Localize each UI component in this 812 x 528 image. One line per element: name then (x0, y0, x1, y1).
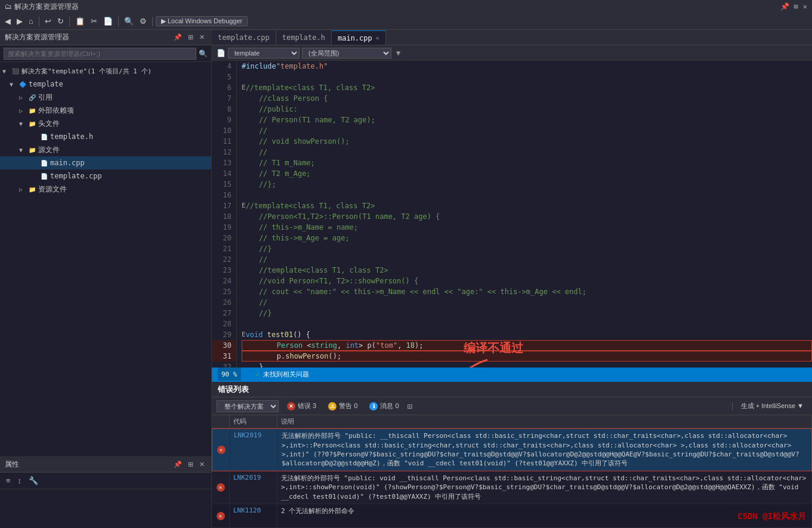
error-panel-title: 错误列表 (212, 382, 812, 397)
props-close-button[interactable]: ✕ (197, 460, 206, 469)
resources-icon: 📁 (28, 185, 36, 193)
props-dock-button[interactable]: ⊞ (186, 460, 195, 469)
error-row-3[interactable]: ✕ LNK1120 2 个无法解析的外部命令 (212, 504, 812, 528)
template-cpp-icon: 📄 (40, 172, 48, 180)
scope-expand-icon: ▼ (396, 49, 400, 57)
code-content[interactable]: #include"template.h" E//template<class T… (237, 61, 812, 368)
debug-button[interactable]: ▶ Local Windows Debugger (156, 16, 248, 26)
ln-16: 16 (212, 190, 236, 200)
tree-main-cpp[interactable]: 📄 main.cpp (0, 156, 211, 169)
info-count-label: 消息 0 (380, 402, 399, 410)
error-row-1[interactable]: ✕ LNK2019 无法解析的外部符号 "public: __thiscall … (212, 428, 812, 471)
ln-8: 8 (212, 104, 236, 115)
error-count-button[interactable]: ✕ 错误 3 (283, 400, 320, 412)
props-sort-button[interactable]: ≡ (4, 475, 13, 486)
code-editor: 4 5 6 7 8 9 10 11 12 13 14 15 16 17 18 1… (212, 61, 812, 368)
dock-icon[interactable]: ⊞ (794, 2, 798, 11)
back-button[interactable]: ◀ (2, 16, 13, 27)
editor-toolbar: 📄 template (全局范围) ▼ (212, 45, 812, 61)
error-row-3-code: LNK1120 (230, 504, 277, 527)
error-panel-title-text: 错误列表 (218, 384, 249, 395)
ln-24: 24 (212, 276, 236, 286)
error-2-message: 无法解析的外部符号 "public: void __thiscall Perso… (281, 474, 808, 501)
code-line-21: //} (242, 243, 812, 254)
home-button[interactable]: ⌂ (26, 16, 36, 27)
error-error-icon: ✕ (287, 402, 295, 410)
code-line-14: // T2 m_Age; (242, 168, 812, 179)
tree-project[interactable]: ▼ 🔷 template (0, 78, 211, 91)
status-spacer (245, 370, 252, 378)
resources-label: 资源文件 (38, 184, 67, 194)
filter-icon[interactable]: ⊡ (407, 402, 412, 411)
build-button[interactable]: 生成 + IntelliSense ▼ (737, 400, 807, 412)
ln-7: 7 (212, 93, 236, 104)
extdeps-icon: 📁 (28, 106, 36, 115)
tree-external-deps[interactable]: ▷ 📁 外部依赖项 (0, 104, 211, 117)
ln-27: 27 (212, 308, 236, 319)
tab-close-button[interactable]: ✕ (376, 35, 379, 41)
code-line-15: //}; (242, 179, 812, 190)
props-pin-button[interactable]: 📌 (172, 460, 184, 469)
tree-source[interactable]: ▼ 📁 源文件 (0, 143, 211, 156)
ln-12: 12 (212, 147, 236, 158)
project-icon: 🔷 (18, 80, 27, 88)
error-row-2-msg: 无法解析的外部符号 "public: void __thiscall Perso… (277, 471, 812, 504)
ln-26: 26 (212, 297, 236, 308)
search-input[interactable] (4, 48, 196, 60)
props-settings-button[interactable]: 🔧 (26, 475, 41, 486)
error-row-2[interactable]: ✕ LNK2019 无法解析的外部符号 "public: void __this… (212, 471, 812, 504)
props-order-button[interactable]: ↕ (16, 475, 24, 486)
paste-button[interactable]: 📄 (101, 16, 115, 27)
panel-pin-button[interactable]: 📌 (172, 33, 184, 42)
forward-button[interactable]: ▶ (14, 16, 25, 27)
info-count-button[interactable]: ℹ 消息 0 (366, 400, 402, 412)
tab-template-h[interactable]: template.h (276, 30, 332, 45)
tree-template-cpp[interactable]: 📄 template.cpp (0, 169, 211, 183)
undo-button[interactable]: ↩ (42, 16, 54, 27)
tab-main-cpp[interactable]: main.cpp ✕ (332, 30, 386, 45)
zoom-level[interactable]: 90 % (218, 368, 241, 381)
ref-icon: 🔗 (28, 93, 36, 101)
warning-count-button[interactable]: ⚠ 警告 0 (325, 400, 361, 412)
status-bar: 90 % ✓ 未找到相关问题 (212, 368, 812, 381)
tree-template-h[interactable]: 📄 template.h (0, 130, 211, 143)
pin-icon[interactable]: 📌 (780, 2, 789, 11)
close-icon[interactable]: ✕ (803, 2, 807, 11)
editor-scope-select[interactable]: (全局范围) (302, 48, 391, 58)
properties-panel: 属性 📌 ⊞ ✕ ≡ ↕ 🔧 (0, 456, 211, 528)
error-1-icon: ✕ (217, 446, 226, 454)
search-submit-button[interactable]: 🔍 (199, 50, 208, 58)
toolbar-sep-2 (69, 17, 70, 26)
redo-button[interactable]: ↻ (55, 16, 66, 27)
error-toolbar: 整个解决方案 ✕ 错误 3 ⚠ 警告 0 ℹ 消息 0 ⊡ 生成 (212, 397, 812, 415)
panel-dock-button[interactable]: ⊞ (186, 33, 195, 42)
error-table-header: 代码 说明 (212, 415, 812, 428)
ln-10: 10 (212, 125, 236, 136)
cut-button[interactable]: ✂ (88, 16, 100, 27)
copy-button[interactable]: 📋 (73, 16, 87, 27)
error-1-message: 无法解析的外部符号 "public: __thiscall Person<cla… (282, 431, 807, 468)
settings-button[interactable]: ⚙ (137, 16, 149, 27)
headers-label: 头文件 (38, 119, 60, 129)
tab-template-cpp[interactable]: template.cpp (212, 30, 276, 45)
tree-resources[interactable]: ▷ 📁 资源文件 (0, 183, 211, 196)
props-header-icons: 📌 ⊞ ✕ (172, 460, 206, 469)
error-scope-select[interactable]: 整个解决方案 (217, 400, 279, 412)
info-icon: ℹ (369, 402, 378, 410)
tree-references[interactable]: ▷ 🔗 引用 (0, 91, 211, 104)
panel-close-button[interactable]: ✕ (197, 33, 206, 42)
headers-arrow: ▼ (19, 121, 26, 127)
code-line-7: //class Person { (242, 93, 812, 104)
search-button[interactable]: 🔍 (122, 16, 136, 27)
code-line-32: } (242, 362, 812, 368)
toolbar-sep-3 (118, 17, 119, 26)
tree-headers[interactable]: ▼ 📁 头文件 (0, 117, 211, 130)
code-line-23: //template<class T1, class T2> (242, 265, 812, 276)
error-row-2-code: LNK2019 (230, 471, 277, 504)
tree-solution[interactable]: ▼ ⬛ 解决方案"template"(1 个项目/共 1 个) (0, 64, 211, 78)
main-cpp-icon: 📄 (40, 159, 48, 167)
build-sep (732, 402, 733, 410)
build-arrow: ▼ (797, 402, 804, 409)
error-row-3-msg: 2 个无法解析的外部命令 (277, 504, 812, 527)
editor-location-select[interactable]: template (228, 48, 300, 58)
